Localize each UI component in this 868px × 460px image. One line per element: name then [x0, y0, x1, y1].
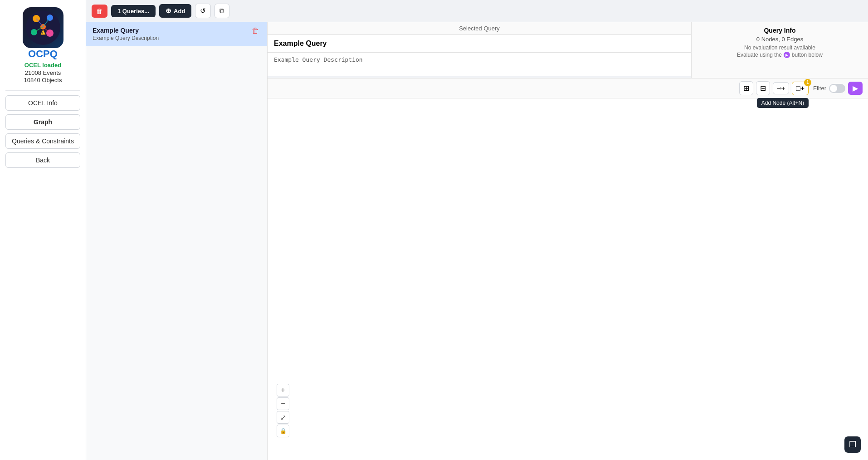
- filter-toggle[interactable]: [829, 84, 845, 93]
- expand-icon: ❐: [849, 440, 856, 450]
- selected-query-panel: Selected Query Example Query Description: [268, 22, 691, 78]
- edge-add-button[interactable]: ⊸+: [773, 82, 790, 94]
- zoom-out-button[interactable]: −: [277, 397, 289, 410]
- queries-count-button[interactable]: 1 Queries...: [111, 5, 156, 17]
- add-node-badge: 1: [804, 79, 811, 86]
- topbar: 🗑 1 Queries... ⊕ Add ↺ ⧉: [86, 0, 868, 22]
- svg-text:!: !: [42, 31, 43, 34]
- query-info-title: Query Info: [698, 27, 862, 34]
- add-node-wrapper: □+ 1 Add Node (Alt+N): [792, 82, 809, 95]
- query-list-item[interactable]: Example Query Example Query Description …: [86, 22, 267, 46]
- evaluate-button[interactable]: ▶: [848, 82, 863, 95]
- sidebar-divider: [5, 90, 80, 91]
- canvas-area[interactable]: + − ⤢ 🔒 ❐: [268, 98, 868, 460]
- sidebar-item-ocel-info[interactable]: OCEL Info: [5, 95, 80, 111]
- sidebar-item-back[interactable]: Back: [5, 152, 80, 168]
- query-info-stat: 0 Nodes, 0 Edges: [698, 36, 862, 43]
- query-info-row: Selected Query Example Query Description…: [268, 22, 868, 78]
- content-area: Example Query Example Query Description …: [86, 22, 868, 460]
- undo-icon: ↺: [200, 7, 206, 15]
- fit-view-button[interactable]: ⤢: [277, 411, 289, 424]
- query-title-input[interactable]: [268, 35, 691, 53]
- right-panel: Selected Query Example Query Description…: [268, 22, 868, 460]
- query-item-name: Example Query: [93, 27, 159, 34]
- node-plus-icon: □+: [796, 84, 805, 93]
- add-button[interactable]: ⊕ Add: [159, 4, 191, 18]
- bottom-right-action-button[interactable]: ❐: [844, 436, 861, 453]
- query-item-description: Example Query Description: [93, 35, 159, 41]
- query-info-note1: No evaluation result available: [698, 44, 862, 51]
- status-badge: OCEL loaded: [24, 62, 61, 69]
- objects-count: 10840 Objects: [24, 77, 62, 83]
- sidebar-item-graph[interactable]: Graph: [5, 114, 80, 130]
- app-title: OCPQ: [28, 48, 58, 60]
- main-area: 🗑 1 Queries... ⊕ Add ↺ ⧉ Example Query E…: [86, 0, 868, 460]
- zoom-in-button[interactable]: +: [277, 384, 289, 396]
- edge-plus-icon: ⊸+: [777, 85, 785, 92]
- zoom-controls: + − ⤢ 🔒: [277, 384, 289, 437]
- query-info-note2: Evaluate using the ▶ button below: [698, 52, 862, 58]
- query-item-delete-button[interactable]: 🗑: [250, 27, 261, 35]
- lock-button[interactable]: 🔒: [277, 425, 289, 437]
- trash-icon-small: 🗑: [252, 27, 259, 34]
- layout-button[interactable]: ⊞: [739, 81, 753, 95]
- events-count: 21008 Events: [25, 69, 61, 76]
- view-toggle-button[interactable]: ⊟: [756, 81, 770, 95]
- filter-label: Filter: [813, 85, 826, 92]
- play-icon: ▶: [853, 84, 858, 93]
- plus-circle-icon: ⊕: [166, 7, 171, 15]
- copy-icon: ⧉: [219, 7, 224, 15]
- table-icon: ⊟: [760, 84, 766, 93]
- app-logo: !: [23, 7, 63, 48]
- sidebar-item-queries[interactable]: Queries & Constraints: [5, 133, 80, 149]
- undo-button[interactable]: ↺: [195, 4, 211, 18]
- query-info-panel: Query Info 0 Nodes, 0 Edges No evaluatio…: [691, 22, 868, 78]
- play-icon-inline: ▶: [784, 52, 790, 58]
- trash-icon: 🗑: [96, 7, 103, 15]
- query-description-textarea[interactable]: Example Query Description: [268, 53, 691, 76]
- delete-query-button[interactable]: 🗑: [92, 5, 107, 18]
- query-list-panel: Example Query Example Query Description …: [86, 22, 268, 460]
- canvas-toolbar: ⊞ ⊟ ⊸+ □+ 1 Add Node (Alt+N) Filter: [268, 78, 868, 98]
- selected-query-header: Selected Query: [268, 22, 691, 35]
- copy-button[interactable]: ⧉: [215, 4, 229, 18]
- sidebar: ! OCPQ OCEL loaded 21008 Events 10840 Ob…: [0, 0, 86, 460]
- grid-icon: ⊞: [743, 84, 749, 93]
